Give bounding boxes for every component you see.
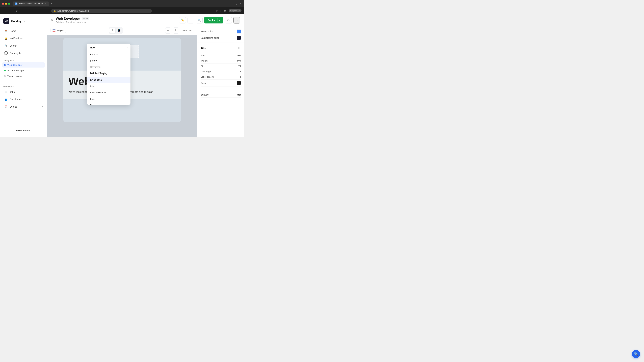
address-input[interactable]: 🔒 app.homerun.co/job/336501/edit <box>51 9 152 13</box>
desktop-view-btn[interactable]: 🖥 <box>109 28 116 33</box>
sidebar-item-create[interactable]: + Create job <box>2 50 45 57</box>
font-prop-label: Font <box>201 54 205 57</box>
letter-spacing-prop-label: Letter spacing <box>201 76 214 78</box>
weight-prop-value[interactable]: 800 <box>237 59 241 62</box>
subtitle-font-value: Inter <box>236 93 241 96</box>
back-btn[interactable]: ← <box>3 8 7 13</box>
tab-bar: H Web Developer - Homerun × + <box>13 1 228 6</box>
forward-btn[interactable]: → <box>9 8 13 13</box>
sidebar-item-events[interactable]: 📅 Events ▾ <box>2 103 45 110</box>
font-dropdown-close-btn[interactable]: × <box>126 46 128 49</box>
moodjoy-section: Moodjoy ▾ <box>0 83 47 88</box>
title-section-close-btn[interactable]: × <box>237 46 241 50</box>
background-color-row: Background color <box>201 36 241 40</box>
more-options-btn[interactable]: ··· <box>234 17 240 23</box>
font-item-archivo[interactable]: Archivo <box>87 51 130 57</box>
minimize-window-btn[interactable] <box>5 3 7 5</box>
moodjoy-chevron-icon: ▾ <box>12 86 14 88</box>
refresh-btn[interactable]: ↻ <box>15 8 18 13</box>
your-jobs-label: Your jobs <box>3 59 12 62</box>
job-label-visual-designer: Visual Designer <box>8 75 23 77</box>
font-item-libre[interactable]: Libre Baskerville <box>87 89 130 96</box>
bookmark-btn[interactable]: ☆ <box>216 9 218 12</box>
job-item-web-developer[interactable]: Web Developer <box>2 62 45 67</box>
font-item-inter[interactable]: Inter <box>87 83 130 89</box>
list-btn[interactable]: ☰ <box>188 17 194 23</box>
browser-chrome: H Web Developer - Homerun × + — □ × <box>0 0 244 7</box>
edit-btn[interactable]: ✏️ <box>179 17 186 23</box>
your-jobs-section: Your jobs ▾ <box>0 57 47 62</box>
color-prop-swatch[interactable] <box>237 81 241 85</box>
background-color-swatch[interactable] <box>237 36 241 40</box>
loading-icon: ↻ <box>51 18 53 22</box>
save-draft-btn[interactable]: Save draft <box>180 28 194 33</box>
win-max-btn[interactable]: □ <box>235 1 238 6</box>
win-close-btn[interactable]: × <box>239 1 242 6</box>
font-item-lora[interactable]: Lora <box>87 96 130 102</box>
job-label-account-manager: Account Manager <box>8 69 24 72</box>
browser-actions: ☆ ⬇ ▤ Incognito (2) <box>216 9 242 12</box>
publish-button[interactable]: Publish ▾ <box>204 17 224 23</box>
brand-color-swatch[interactable] <box>237 29 241 33</box>
incognito-badge: Incognito (2) <box>228 9 242 12</box>
colors-section: Brand color Background color <box>198 26 244 43</box>
flag-icon <box>52 29 56 31</box>
tab-close-btn[interactable]: × <box>44 2 46 5</box>
job-label-web-developer: Web Developer <box>8 64 22 66</box>
font-item-cormorant[interactable]: Cormorant <box>87 64 130 70</box>
your-jobs-chevron-icon: ▾ <box>14 60 14 61</box>
canvas-toolbar: English 🖥 📱 ✏ 👁 Save draft <box>47 26 197 35</box>
title-section-label: Title <box>201 47 206 50</box>
size-prop-value[interactable]: 70 <box>238 65 241 67</box>
sidebar: MM Moodjoy ▾ 🏠 Home 🔔 Notifications 🔍 Se… <box>0 14 47 137</box>
moodjoy-section-label: Moodjoy <box>3 85 12 88</box>
job-item-visual-designer[interactable]: Visual Designer <box>2 73 45 79</box>
sidebar-item-events-label: Events <box>10 105 17 108</box>
download-btn[interactable]: ⬇ <box>220 9 222 12</box>
sidebar-nav: 🏠 Home 🔔 Notifications 🔍 Search + Create… <box>0 27 47 57</box>
line-height-prop-value[interactable]: 78 <box>238 70 241 73</box>
color-prop-row: Color <box>201 80 241 86</box>
sidebar-item-notifications[interactable]: 🔔 Notifications <box>2 35 45 42</box>
job-dot-web-developer <box>4 64 6 66</box>
close-window-btn[interactable] <box>2 3 4 5</box>
font-item-barlow[interactable]: Barlow <box>87 57 130 64</box>
new-tab-btn[interactable]: + <box>50 2 54 6</box>
events-chevron-icon: ▾ <box>42 106 43 108</box>
size-prop-label: Size <box>201 65 205 67</box>
sidebar-item-search[interactable]: 🔍 Search <box>2 42 45 49</box>
canvas-edit-btn[interactable]: ✏ <box>165 27 171 33</box>
active-tab[interactable]: H Web Developer - Homerun × <box>13 1 49 6</box>
brand-color-label: Brand color <box>201 30 213 33</box>
canvas-eye-btn[interactable]: 👁 <box>173 27 179 33</box>
tab-title: Web Developer - Homerun <box>19 2 43 5</box>
maximize-window-btn[interactable] <box>8 3 10 5</box>
sidebar-item-home[interactable]: 🏠 Home <box>2 27 45 34</box>
title-section: Title × Font Inter Weight 800 Size 70 <box>198 43 244 89</box>
font-item-dm-serif[interactable]: DM Serif Display <box>87 70 130 77</box>
letter-spacing-prop-value[interactable]: -3 <box>239 76 241 78</box>
brand-area[interactable]: MM Moodjoy ▾ <box>0 17 47 27</box>
sidebar-toggle-btn[interactable]: ▤ <box>224 9 226 12</box>
font-item-merriweather[interactable]: Merriweather <box>87 102 130 105</box>
sidebar-item-create-label: Create job <box>10 52 21 54</box>
mobile-view-btn[interactable]: 📱 <box>116 28 122 33</box>
language-selector[interactable]: English <box>50 28 66 33</box>
events-icon: 📅 <box>4 105 8 109</box>
sidebar-item-jobs[interactable]: 📋 Jobs <box>2 88 45 95</box>
search-topbar-btn[interactable]: 🔍 <box>196 17 202 23</box>
homerun-logo: HOMERUN <box>3 129 44 132</box>
settings-btn[interactable]: ⚙ <box>225 17 232 23</box>
brand-chevron-icon: ▾ <box>24 20 25 22</box>
font-list: Archivo Barlow Cormorant DM Serif Displa… <box>87 51 130 105</box>
sidebar-footer: HOMERUN <box>0 127 47 134</box>
publish-label: Publish <box>208 19 216 21</box>
sidebar-item-candidates[interactable]: 👥 Candidates <box>2 96 45 103</box>
font-dropdown-title: Title <box>90 46 95 49</box>
font-prop-value[interactable]: Inter <box>236 54 241 57</box>
sidebar-item-jobs-label: Jobs <box>10 91 15 93</box>
font-item-erica-one[interactable]: Erica One <box>87 77 130 83</box>
job-title-area: Web Developer Draft Full-time / Part-tim… <box>56 17 90 23</box>
win-min-btn[interactable]: — <box>230 1 234 6</box>
job-item-account-manager[interactable]: Account Manager <box>2 68 45 73</box>
